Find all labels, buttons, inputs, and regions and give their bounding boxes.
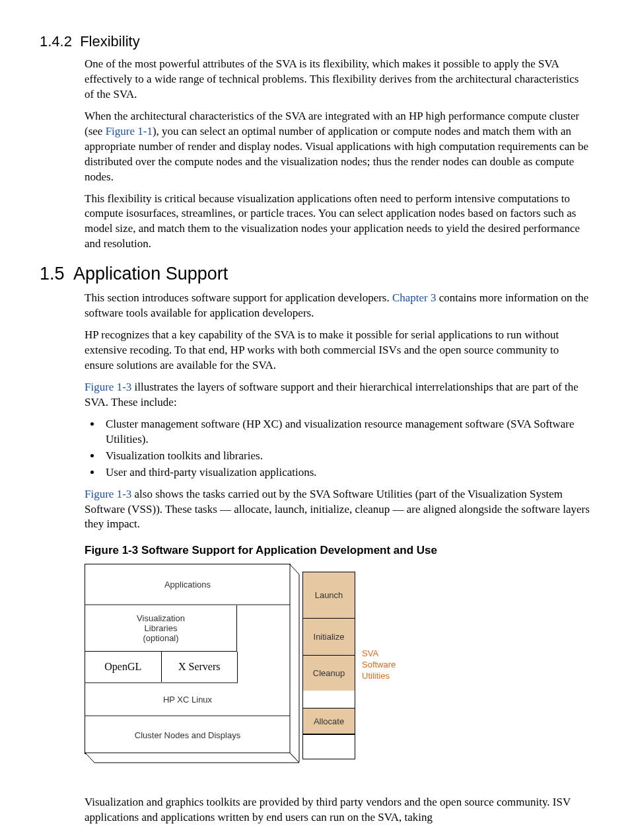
para: Figure 1-3 also shows the tasks carried … bbox=[85, 487, 590, 533]
para: This flexibility is critical because vis… bbox=[85, 192, 590, 252]
para: Figure 1-3 illustrates the layers of sof… bbox=[85, 380, 590, 410]
link-figure-1-3[interactable]: Figure 1-3 bbox=[85, 488, 131, 500]
stack-cluster-nodes: Cluster Nodes and Displays bbox=[85, 716, 290, 753]
task-launch: Launch bbox=[302, 572, 355, 618]
list-item: User and third-party visualization appli… bbox=[102, 465, 590, 480]
stack-gl-row: OpenGL X Servers bbox=[85, 652, 238, 683]
figure-number: Figure 1-3 bbox=[85, 544, 141, 556]
para: HP recognizes that a key capability of t… bbox=[85, 328, 590, 373]
list-item: Visualization toolkits and libraries. bbox=[102, 449, 590, 464]
stack-hp-xc-linux: HP XC Linux bbox=[85, 683, 290, 716]
sec-num: 1.5 bbox=[40, 264, 65, 284]
stack-applications: Applications bbox=[85, 564, 290, 605]
para: One of the most powerful attributes of t… bbox=[85, 57, 590, 102]
sec-num: 1.4.2 bbox=[40, 33, 72, 50]
link-chapter-3[interactable]: Chapter 3 bbox=[392, 291, 437, 304]
software-stack: Applications Visualization Libraries (op… bbox=[85, 564, 291, 754]
bullet-list: Cluster management software (HP XC) and … bbox=[85, 417, 590, 480]
stack-3d-edge bbox=[85, 752, 302, 779]
heading-1-5: 1.5 Application Support bbox=[40, 264, 590, 284]
text: This section introduces software support… bbox=[85, 291, 392, 304]
stack-vis-libraries: Visualization Libraries (optional) bbox=[85, 605, 237, 652]
stack-opengl: OpenGL bbox=[85, 652, 162, 682]
figure-caption: Figure 1-3 Software Support for Applicat… bbox=[85, 544, 590, 557]
link-figure-1-3[interactable]: Figure 1-3 bbox=[85, 381, 131, 393]
sva-utilities-label: SVA Software Utilities bbox=[362, 648, 396, 682]
stack-xservers: X Servers bbox=[162, 652, 238, 682]
para: This section introduces software support… bbox=[85, 291, 590, 321]
stack-3d-side bbox=[289, 564, 302, 762]
heading-1-4-2: 1.4.2 Flexibility bbox=[40, 33, 590, 50]
figure-title: Software Support for Application Develop… bbox=[141, 544, 437, 556]
sec-title: Application Support bbox=[73, 264, 228, 284]
sec-title: Flexibility bbox=[80, 33, 139, 50]
link-figure-1-1[interactable]: Figure 1-1 bbox=[106, 125, 153, 137]
svg-marker-0 bbox=[85, 753, 299, 763]
task-blank bbox=[302, 734, 355, 759]
para: When the architectural characteristics o… bbox=[85, 109, 590, 185]
task-allocate: Allocate bbox=[302, 708, 355, 734]
list-item: Cluster management software (HP XC) and … bbox=[102, 417, 590, 447]
task-cleanup: Cleanup bbox=[302, 655, 355, 691]
text: ), you can select an optimal number of a… bbox=[85, 125, 588, 183]
task-initialize: Initialize bbox=[302, 618, 355, 655]
para: Visualization and graphics toolkits are … bbox=[85, 795, 590, 825]
task-gap bbox=[302, 691, 355, 708]
svg-marker-2 bbox=[290, 564, 299, 762]
figure-1-3: Applications Visualization Libraries (op… bbox=[85, 564, 590, 782]
text: also shows the tasks carried out by the … bbox=[85, 488, 590, 531]
text: illustrates the layers of software suppo… bbox=[85, 381, 578, 408]
